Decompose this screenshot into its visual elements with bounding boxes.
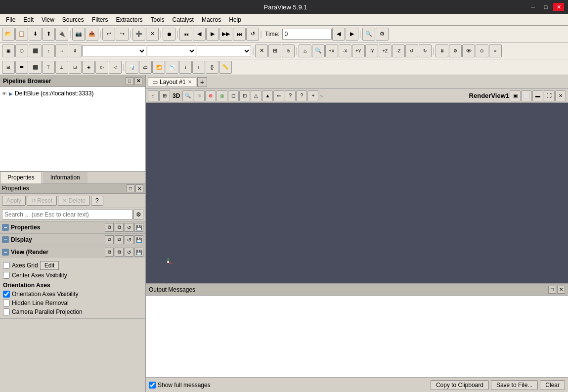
clear-button[interactable]: Clear (540, 380, 565, 390)
view-max-btn[interactable]: ⛶ (544, 90, 555, 101)
rotate-y-pos-btn[interactable]: +Y (352, 44, 365, 57)
colormap-select[interactable] (197, 45, 251, 56)
find-button[interactable]: 🔍 (362, 28, 375, 41)
open-recent-button[interactable]: 📋 (15, 28, 28, 41)
rtb-select-btn[interactable]: ◻ (228, 90, 239, 101)
redo-button[interactable]: ↪ (116, 28, 129, 41)
graph-btn[interactable]: 📊 (126, 61, 138, 74)
bottom-btn[interactable]: ⊥ (55, 61, 68, 74)
help-button[interactable]: ? (91, 196, 103, 206)
delete-filter-button[interactable]: ✕ (146, 28, 159, 41)
rtb-triangle-btn[interactable]: △ (251, 90, 262, 101)
rtb-reset-btn[interactable]: ⌂ (148, 90, 159, 101)
back-btn[interactable]: ◈ (82, 61, 95, 74)
view-paste-btn[interactable]: ⧉ (115, 248, 124, 257)
menu-file[interactable]: File (2, 15, 19, 24)
cube-btn[interactable]: ⬛ (29, 61, 42, 74)
forward-frame-button[interactable]: ▶▶ (219, 28, 232, 41)
loop-button[interactable]: ↺ (246, 28, 259, 41)
copy-to-clipboard-button[interactable]: Copy to Clipboard (431, 380, 489, 390)
representation-select[interactable] (82, 45, 146, 56)
measure-btn[interactable]: 📏 (219, 61, 232, 74)
props-save-btn[interactable]: 💾 (134, 223, 143, 232)
select-cube-btn[interactable]: ⬛ (29, 44, 42, 57)
screencap-button[interactable]: 📷 (72, 28, 85, 41)
show-full-label[interactable]: Show full messages (158, 382, 211, 389)
view-render-section-header[interactable]: − View (Render ⧉ ⧉ ↺ 💾 (0, 246, 145, 258)
rtb-tri2-btn[interactable]: ▲ (262, 90, 273, 101)
python-btn[interactable]: {} (206, 61, 218, 74)
eye-btn[interactable]: 👁 (462, 44, 475, 57)
center-axes-checkbox[interactable] (3, 272, 10, 279)
camera-parallel-checkbox[interactable] (3, 308, 10, 315)
reset-button[interactable]: ↺ Reset (27, 196, 57, 206)
menu-help[interactable]: Help (225, 15, 245, 24)
rotate-x-pos-btn[interactable]: +X (325, 44, 338, 57)
save-data-button[interactable]: ⬆ (42, 28, 55, 41)
props-paste-btn[interactable]: ⧉ (115, 223, 124, 232)
props-close-btn[interactable]: ✕ (135, 184, 143, 192)
orientation-axes-checkbox[interactable] (3, 291, 10, 298)
rtb-red-btn[interactable]: ⊗ (205, 90, 216, 101)
right-btn[interactable]: ▷ (95, 61, 108, 74)
display-paste-btn[interactable]: ⧉ (115, 235, 124, 244)
delete-button[interactable]: ✕ Delete (58, 196, 90, 206)
props-copy-btn[interactable]: ⧉ (105, 223, 114, 232)
menu-tools[interactable]: Tools (147, 15, 169, 24)
select-shrink-btn[interactable]: ⇕ (69, 44, 82, 57)
menu-filters[interactable]: Filters (88, 15, 112, 24)
select-rotate-btn[interactable]: ↕ (42, 44, 55, 57)
pipeline-item[interactable]: 👁 ▶ DelftBlue (cs://localhost:3333) (2, 89, 143, 98)
view-close-btn[interactable]: ✕ (555, 90, 566, 101)
scatter-btn[interactable]: ⁞ (179, 61, 192, 74)
rotate-z-pos-btn[interactable]: +Z (379, 44, 392, 57)
add-layout-button[interactable]: + (197, 77, 207, 87)
render-btn[interactable]: 🖥 (436, 44, 448, 57)
axes-grid-label[interactable]: Axes Grid (12, 262, 38, 269)
histogram-btn[interactable]: 📶 (152, 61, 165, 74)
hidden-line-checkbox[interactable] (3, 300, 10, 306)
render-opt-btn[interactable]: ⚙ (449, 44, 462, 57)
view-vert-btn[interactable]: ▬ (532, 90, 543, 101)
select-all-btn[interactable]: ▣ (2, 44, 15, 57)
rtb-reset-camera-btn[interactable]: ⊕ (194, 90, 205, 101)
select-grow-btn[interactable]: ↔ (55, 44, 68, 57)
tab-information[interactable]: Information (43, 172, 87, 183)
apply-button[interactable]: Apply (2, 196, 26, 206)
layout-tab-close-icon[interactable]: ✕ (188, 79, 192, 85)
view-horiz-btn[interactable]: ⬜ (521, 90, 532, 101)
time-step-forward[interactable]: ▶ (346, 28, 358, 41)
zoom-box-btn[interactable]: 🔍 (312, 44, 325, 57)
clear-selection-btn[interactable]: ✕ (255, 44, 268, 57)
load-data-button[interactable]: ⬇ (29, 28, 42, 41)
output-close-btn[interactable]: ✕ (557, 286, 565, 294)
center-axes-label[interactable]: Center Axes Visibility (12, 272, 67, 279)
view-save-btn[interactable]: 💾 (134, 248, 143, 257)
view-single-btn[interactable]: ▣ (510, 90, 521, 101)
text-btn[interactable]: T (192, 61, 205, 74)
rtb-query-btn[interactable]: ? (285, 90, 296, 101)
menu-sources[interactable]: Sources (58, 15, 88, 24)
forward-end-button[interactable]: ⏭ (233, 28, 246, 41)
view-refresh-btn[interactable]: ↺ (125, 248, 133, 257)
output-maximize-btn[interactable]: □ (548, 286, 556, 294)
more-btn[interactable]: » (489, 44, 502, 57)
orientation-axes-label[interactable]: Orientation Axes Visibility (12, 291, 79, 298)
pipeline-item-label[interactable]: DelftBlue (cs://localhost:3333) (15, 90, 93, 97)
save-to-file-button[interactable]: Save to File... (491, 380, 538, 390)
rotate-ccw-btn[interactable]: ↺ (405, 44, 418, 57)
time-step-back[interactable]: ◀ (332, 28, 345, 41)
rtb-zoom-btn[interactable]: ⊞ (159, 90, 170, 101)
properties-section-header[interactable]: − Properties ⧉ ⧉ ↺ 💾 (0, 221, 145, 233)
props-refresh-btn[interactable]: ↺ (125, 223, 133, 232)
output-content[interactable] (146, 296, 568, 377)
reset-camera-btn[interactable]: ⌂ (299, 44, 311, 57)
layout-tab-1[interactable]: ▭ Layout #1 ✕ (148, 77, 196, 87)
stats-btn[interactable]: 📉 (166, 61, 178, 74)
rotate-y-neg-btn[interactable]: -Y (365, 44, 378, 57)
search-input[interactable] (2, 210, 132, 219)
display-save-btn[interactable]: 💾 (134, 235, 143, 244)
open-button[interactable]: 📂 (2, 28, 15, 41)
axes-grid-checkbox[interactable] (3, 262, 10, 269)
menu-macros[interactable]: Macros (198, 15, 225, 24)
